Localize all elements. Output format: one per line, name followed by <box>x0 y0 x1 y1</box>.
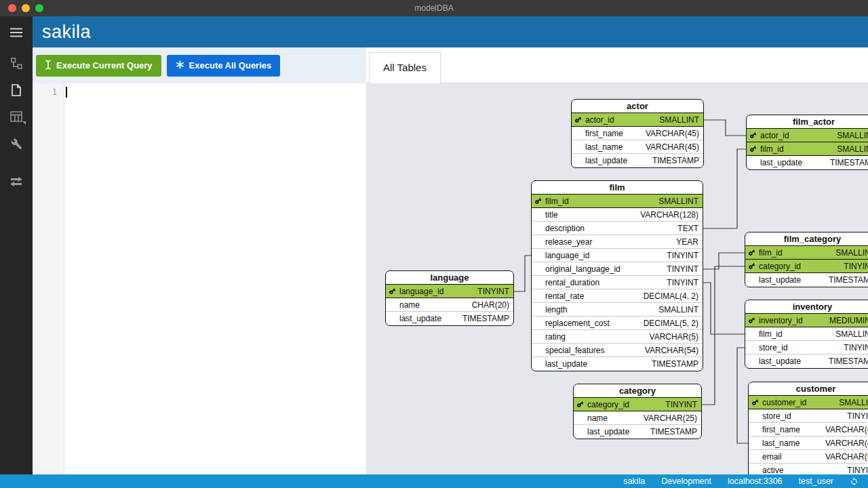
column-name: film_id <box>545 197 652 206</box>
column-type: VARCHAR(45) <box>825 425 868 434</box>
execute-all-queries-button[interactable]: Execute All Queries <box>167 55 281 77</box>
column-row: last_updateTIMESTAMP <box>386 312 513 325</box>
column-name: last_name <box>585 142 639 152</box>
table-film_category[interactable]: film_categoryfilm_idSMALLINTcategory_idT… <box>745 232 868 287</box>
statusbar: sakila Development localhost:3306 test_u… <box>0 474 868 488</box>
column-type: TIMESTAMP <box>829 357 868 366</box>
primary-key-icon <box>748 317 759 324</box>
column-type: DECIMAL(4, 2) <box>644 291 698 301</box>
text-cursor-icon <box>45 60 52 72</box>
asterisk-icon <box>176 60 184 71</box>
column-name: film_id <box>759 329 829 339</box>
column-row: lengthSMALLINT <box>532 303 703 317</box>
relationship-line <box>703 283 745 334</box>
column-row: last_updateTIMESTAMP <box>532 357 703 371</box>
column-type: TINYINT <box>667 251 698 260</box>
column-row: film_idSMALLINT <box>745 327 868 341</box>
chevron-down-icon <box>22 121 26 125</box>
tab-all-tables[interactable]: All Tables <box>369 52 441 83</box>
column-row: titleVARCHAR(128) <box>532 208 703 222</box>
column-row: special_featuresVARCHAR(54) <box>532 344 703 357</box>
column-row: original_language_idTINYINT <box>532 262 703 276</box>
column-row: descriptionTEXT <box>532 222 703 235</box>
maximize-window-button[interactable] <box>35 4 43 12</box>
column-type: VARCHAR(128) <box>640 210 698 220</box>
status-user[interactable]: test_user <box>799 474 833 488</box>
table-language[interactable]: languagelanguage_idTINYINTnameCHAR(20)la… <box>385 270 514 326</box>
column-name: last_update <box>585 156 646 165</box>
status-host[interactable]: localhost:3306 <box>728 474 783 488</box>
column-row: ratingVARCHAR(5) <box>532 330 703 344</box>
column-name: replacement_cost <box>545 319 637 328</box>
window-controls <box>8 4 43 12</box>
tools-icon[interactable] <box>0 136 33 152</box>
table-film_actor[interactable]: film_actoractor_idSMALLINTfilm_idSMALLIN… <box>746 115 868 170</box>
query-file-icon[interactable] <box>0 82 33 98</box>
column-name: language_id <box>399 287 471 296</box>
table-title: film_category <box>745 232 868 246</box>
column-name: language_id <box>545 251 660 260</box>
column-row: activeTINYINT <box>749 464 868 474</box>
refresh-icon[interactable] <box>850 477 859 486</box>
column-type: SMALLINT <box>837 131 868 140</box>
table-film[interactable]: filmfilm_idSMALLINTtitleVARCHAR(128)desc… <box>531 180 703 371</box>
column-name: length <box>545 305 652 314</box>
column-type: TINYINT <box>847 466 868 474</box>
column-row: language_idTINYINT <box>386 285 513 298</box>
primary-key-icon <box>751 399 762 406</box>
column-type: VARCHAR(45) <box>646 142 699 152</box>
column-row: last_updateTIMESTAMP <box>745 273 868 287</box>
text-caret <box>66 87 67 98</box>
column-row: actor_idSMALLINT <box>747 129 868 142</box>
table-category[interactable]: categorycategory_idTINYINTnameVARCHAR(25… <box>573 384 702 439</box>
table-actor[interactable]: actoractor_idSMALLINTfirst_nameVARCHAR(4… <box>571 99 704 168</box>
column-row: film_idSMALLINT <box>532 195 703 208</box>
column-name: last_update <box>759 357 822 366</box>
column-type: TIMESTAMP <box>830 158 868 167</box>
column-name: film_id <box>759 248 829 258</box>
close-window-button[interactable] <box>8 4 16 12</box>
minimize-window-button[interactable] <box>22 4 30 12</box>
table-title: film_actor <box>747 115 868 129</box>
column-type: SMALLINT <box>658 305 698 314</box>
column-row: first_nameVARCHAR(45) <box>572 127 703 140</box>
column-name: special_features <box>545 346 638 355</box>
column-row: last_updateTIMESTAMP <box>572 154 703 167</box>
column-row: replacement_costDECIMAL(5, 2) <box>532 317 703 330</box>
column-type: VARCHAR(5) <box>650 332 698 342</box>
primary-key-icon <box>576 401 587 408</box>
column-type: VARCHAR(54) <box>645 346 698 355</box>
schema-icon[interactable] <box>0 55 33 71</box>
menu-icon[interactable] <box>0 24 33 41</box>
relationship-line <box>703 149 746 228</box>
column-name: rental_rate <box>545 291 637 301</box>
database-title: sakila <box>33 22 91 43</box>
primary-key-icon <box>534 197 545 205</box>
column-type: SMALLINT <box>658 197 698 206</box>
column-row: actor_idSMALLINT <box>572 113 703 127</box>
table-customer[interactable]: customercustomer_idSMALLINTstore_idTINYI… <box>748 382 868 474</box>
column-type: SMALLINT <box>659 115 699 125</box>
column-type: TINYINT <box>847 411 868 421</box>
primary-key-icon <box>748 262 759 270</box>
column-row: film_idSMALLINT <box>747 142 868 156</box>
column-name: last_update <box>587 427 644 436</box>
status-environment[interactable]: Development <box>661 474 711 488</box>
primary-key-icon <box>749 145 760 152</box>
transfer-icon[interactable] <box>0 174 33 190</box>
table-title: inventory <box>745 300 868 314</box>
column-name: category_id <box>587 400 658 409</box>
column-name: actor_id <box>760 131 830 140</box>
column-row: rental_rateDECIMAL(4, 2) <box>532 289 703 303</box>
status-database[interactable]: sakila <box>623 474 645 488</box>
column-type: TINYINT <box>667 278 698 287</box>
column-type: VARCHAR(45) <box>825 439 868 448</box>
tables-icon[interactable] <box>0 108 33 125</box>
window-titlebar: modelDBA <box>0 0 868 16</box>
er-diagram-canvas[interactable]: actoractor_idSMALLINTfirst_nameVARCHAR(4… <box>366 83 868 474</box>
sql-editor[interactable] <box>64 83 366 474</box>
execute-current-query-button[interactable]: Execute Current Query <box>36 55 161 77</box>
table-inventory[interactable]: inventoryinventory_idMEDIUMINTfilm_idSMA… <box>745 300 868 369</box>
editor-line-number-gutter: 1 <box>33 83 64 474</box>
line-number: 1 <box>33 83 64 97</box>
